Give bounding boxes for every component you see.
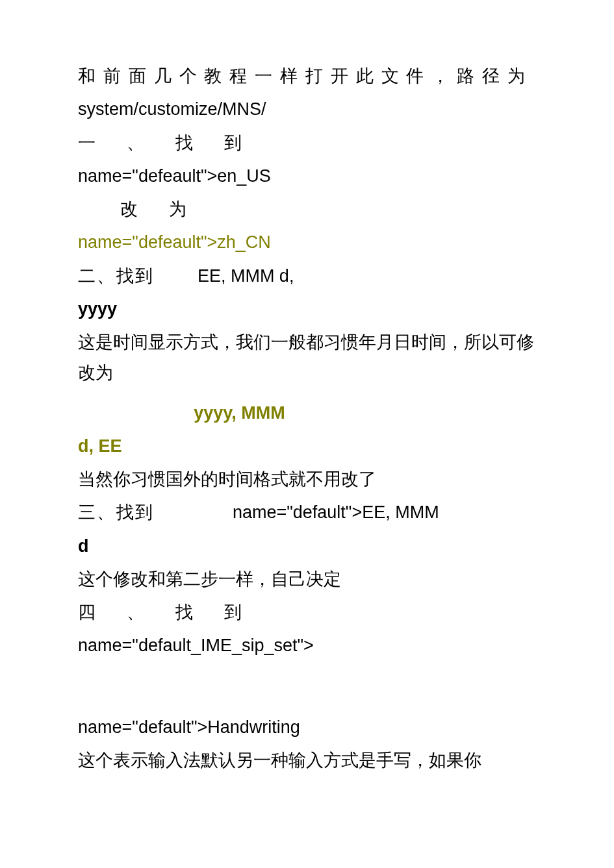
text-code-highlight: yyyy, MMM [78,398,285,428]
text-body: 这是时间显示方式，我们一般都习惯年月日时间，所以可修改为 [78,327,536,389]
text-inline: 三、找到 [78,502,155,522]
text-section-2: 二、找到 EE, MMM d, [78,261,536,291]
text-line: 改为 [78,194,536,225]
document-page: 和前面几个教程一样打开此文件，路径为 system/customize/MNS/… [0,0,614,868]
text-code: d [78,531,536,562]
text-line: yyyy, MMM [78,391,536,428]
text-inline: 二、找到 [78,266,155,286]
text-section-4: 四、找到 [78,597,536,628]
text-code: name="default_IME_sip_set"> [78,630,536,661]
text-code: name="defeault">en_US [78,161,536,192]
text-code: yyyy [78,294,536,325]
text-body: 当然你习惯国外的时间格式就不用改了 [78,464,536,495]
text-line: 和前面几个教程一样打开此文件，路径为 [78,61,536,92]
text-code: name="default">EE, MMM [233,502,439,522]
text-body: 这个表示输入法默认另一种输入方式是手写，如果你 [78,745,536,776]
text-code-highlight: d, EE [78,431,536,462]
text-section-1: 一、找到 [78,128,536,158]
text-code: EE, MMM d, [198,266,294,286]
text-code-path: system/customize/MNS/ [78,94,536,125]
text-code-highlight: name="defeault">zh_CN [78,227,536,258]
text-body: 这个修改和第二步一样，自己决定 [78,564,536,595]
text-code: name="default">Handwriting [78,712,536,743]
text-section-3: 三、找到 name="default">EE, MMM [78,497,536,528]
